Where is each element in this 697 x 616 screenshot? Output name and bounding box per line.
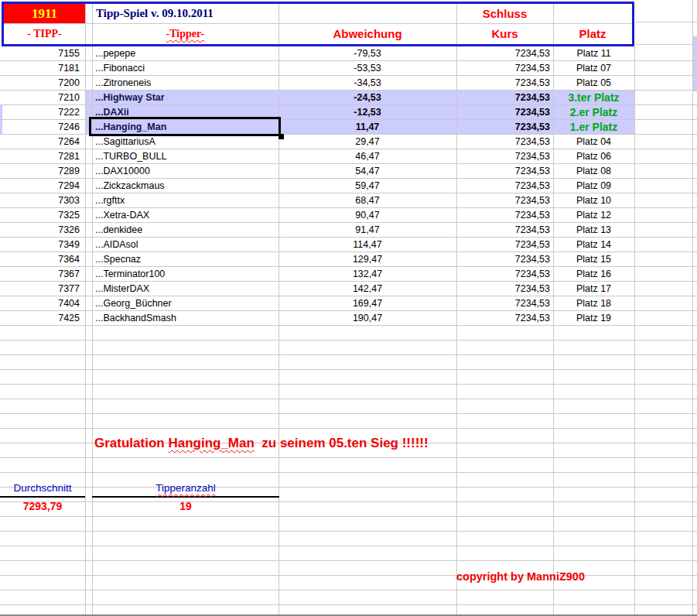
- cell-platz[interactable]: Platz 13: [553, 223, 634, 238]
- cell-abweichung[interactable]: -53,53: [278, 61, 456, 76]
- column-header-abweichung[interactable]: Abweichung: [278, 24, 456, 43]
- cell-platz[interactable]: Platz 11: [553, 46, 634, 61]
- cell-spacer[interactable]: [85, 223, 92, 238]
- cell-tipper[interactable]: ...Specnaz: [92, 252, 278, 267]
- cell-spacer[interactable]: [85, 61, 92, 76]
- cell-abweichung[interactable]: 91,47: [278, 223, 456, 238]
- cell-platz[interactable]: Platz 09: [553, 179, 634, 193]
- sheet-title-cell[interactable]: Tipp-Spiel v. 09.10.2011: [92, 4, 282, 23]
- cell-tipp[interactable]: 7325: [0, 208, 85, 223]
- cell-kurs[interactable]: 7234,53: [456, 296, 553, 311]
- cell-abweichung[interactable]: 114,47: [278, 238, 456, 252]
- cell-spacer[interactable]: [85, 164, 92, 179]
- cell-tipper[interactable]: ...Terminator100: [92, 267, 278, 282]
- cell-spacer[interactable]: [85, 267, 92, 282]
- cell-tipp[interactable]: 7281: [0, 149, 85, 164]
- cell-abweichung[interactable]: 11,47: [278, 120, 456, 135]
- cell-kurs[interactable]: 7234,53: [456, 120, 553, 135]
- cell-tipp[interactable]: 7210: [0, 91, 85, 105]
- cell-tipp[interactable]: 7326: [0, 223, 85, 238]
- cell-kurs[interactable]: 7234,53: [456, 311, 553, 326]
- cell-tipper[interactable]: ...SagittariusA: [92, 135, 278, 149]
- cell-kurs[interactable]: 7234,53: [456, 179, 553, 193]
- cell-kurs[interactable]: 7234,53: [456, 238, 553, 252]
- cell-tipp[interactable]: 7364: [0, 252, 85, 267]
- cell-spacer[interactable]: [85, 91, 92, 105]
- cell-tipper[interactable]: ...Fibonacci: [92, 61, 278, 76]
- cell-tipper[interactable]: ...DAX10000: [92, 164, 278, 179]
- cell-spacer[interactable]: [85, 179, 92, 193]
- cell-platz[interactable]: Platz 12: [553, 208, 634, 223]
- cell-abweichung[interactable]: 169,47: [278, 296, 456, 311]
- cell-tipp[interactable]: 7425: [0, 311, 85, 326]
- cell-spacer[interactable]: [85, 296, 92, 311]
- cell-kurs[interactable]: 7234,53: [456, 61, 553, 76]
- column-header-tipp[interactable]: - TIPP-: [4, 24, 85, 43]
- cell-tipp[interactable]: 7303: [0, 193, 85, 208]
- cell-platz[interactable]: 2.er Platz: [553, 105, 634, 120]
- cell-tipp[interactable]: 7294: [0, 179, 85, 193]
- cell-tipper[interactable]: ...Highway Star: [92, 91, 278, 105]
- cell-abweichung[interactable]: 68,47: [278, 193, 456, 208]
- tipperanzahl-label[interactable]: Tipperanzahl: [92, 481, 279, 498]
- cell-tipper[interactable]: ...TURBO_BULL: [92, 149, 278, 164]
- cell-kurs[interactable]: 7234,53: [456, 164, 553, 179]
- cell-tipp[interactable]: 7404: [0, 296, 85, 311]
- cell-abweichung[interactable]: 29,47: [278, 135, 456, 149]
- schluss-label-cell[interactable]: Schluss: [456, 4, 553, 23]
- cell-tipper[interactable]: ...pepepe: [92, 46, 278, 61]
- cell-tipper[interactable]: ...MisterDAX: [92, 282, 278, 296]
- cell-kurs[interactable]: 7234,53: [456, 193, 553, 208]
- cell-kurs[interactable]: 7234,53: [456, 76, 553, 91]
- column-header-tipper[interactable]: -Tipper-: [92, 24, 278, 43]
- cell-platz[interactable]: Platz 15: [553, 252, 634, 267]
- cell-abweichung[interactable]: -24,53: [278, 91, 456, 105]
- cell-platz[interactable]: 1.er Platz: [553, 120, 634, 135]
- cell-platz[interactable]: Platz 06: [553, 149, 634, 164]
- cell-kurs[interactable]: 7234,53: [456, 267, 553, 282]
- cell-platz[interactable]: Platz 04: [553, 135, 634, 149]
- week-number-cell[interactable]: 1911: [4, 4, 85, 23]
- cell-tipp[interactable]: 7222: [0, 105, 85, 120]
- cell-tipp[interactable]: 7246: [0, 120, 85, 135]
- cell-kurs[interactable]: 7234,53: [456, 223, 553, 238]
- cell-tipp[interactable]: 7264: [0, 135, 85, 149]
- cell-abweichung[interactable]: 142,47: [278, 282, 456, 296]
- durchschnitt-label[interactable]: Durchschnitt: [0, 481, 85, 498]
- cell-tipper[interactable]: ...rgfttx: [92, 193, 278, 208]
- cell-tipper[interactable]: ...Georg_Büchner: [92, 296, 278, 311]
- cell-tipper[interactable]: ...Zickzackmaus: [92, 179, 278, 193]
- cell-abweichung[interactable]: -12,53: [278, 105, 456, 120]
- cell-tipp[interactable]: 7200: [0, 76, 85, 91]
- cell-abweichung[interactable]: -34,53: [278, 76, 456, 91]
- cell-tipper[interactable]: ...AIDAsol: [92, 238, 278, 252]
- cell-spacer[interactable]: [85, 149, 92, 164]
- cell-spacer[interactable]: [85, 76, 92, 91]
- cell-kurs[interactable]: 7234,53: [456, 282, 553, 296]
- cell-platz[interactable]: Platz 16: [553, 267, 634, 282]
- cell-abweichung[interactable]: -79,53: [278, 46, 456, 61]
- cell-spacer[interactable]: [85, 135, 92, 149]
- cell-tipper[interactable]: ...Zitroneneis: [92, 76, 278, 91]
- cell-tipper[interactable]: ...BackhandSmash: [92, 311, 278, 326]
- cell-kurs[interactable]: 7234,53: [456, 149, 553, 164]
- cell-kurs[interactable]: 7234,53: [456, 135, 553, 149]
- cell-tipp[interactable]: 7377: [0, 282, 85, 296]
- durchschnitt-value[interactable]: 7293,79: [0, 499, 85, 514]
- cell-spacer[interactable]: [85, 282, 92, 296]
- cell-spacer[interactable]: [85, 46, 92, 61]
- cell-tipp[interactable]: 7349: [0, 238, 85, 252]
- cell-platz[interactable]: Platz 10: [553, 193, 634, 208]
- cell-abweichung[interactable]: 90,47: [278, 208, 456, 223]
- cell-kurs[interactable]: 7234,53: [456, 105, 553, 120]
- cell-abweichung[interactable]: 59,47: [278, 179, 456, 193]
- cell-platz[interactable]: Platz 17: [553, 282, 634, 296]
- cell-platz[interactable]: Platz 08: [553, 164, 634, 179]
- cell-platz[interactable]: Platz 18: [553, 296, 634, 311]
- cell-spacer[interactable]: [85, 238, 92, 252]
- cell-kurs[interactable]: 7234,53: [456, 252, 553, 267]
- cell-abweichung[interactable]: 132,47: [278, 267, 456, 282]
- cell-platz[interactable]: Platz 07: [553, 61, 634, 76]
- cell-platz[interactable]: 3.ter Platz: [553, 91, 634, 105]
- selected-cell-border[interactable]: [89, 117, 281, 136]
